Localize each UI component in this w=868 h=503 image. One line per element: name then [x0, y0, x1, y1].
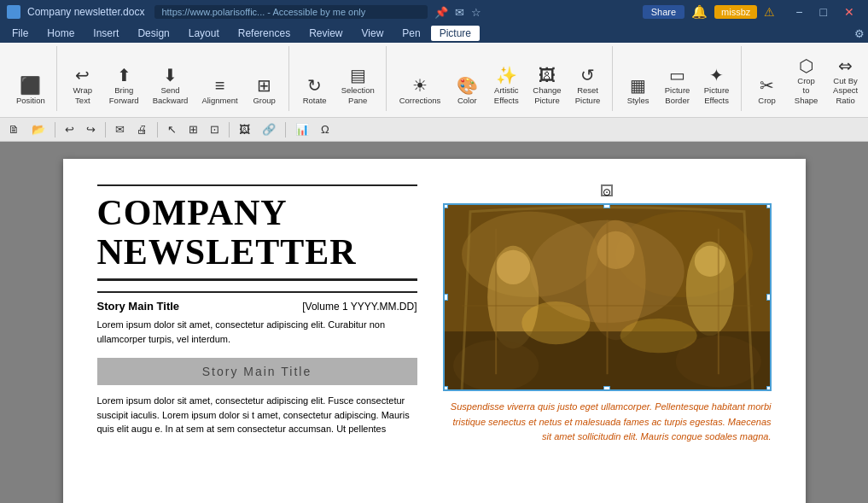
star-icon[interactable]: ☆: [471, 6, 481, 19]
story-body-2: Lorem ipsum dolor sit amet, consectetur …: [97, 394, 417, 436]
handle-top-right[interactable]: [766, 203, 772, 208]
cut-aspect-icon: ⇔: [838, 57, 853, 74]
menu-pen[interactable]: Pen: [393, 26, 428, 41]
minimize-button[interactable]: −: [789, 3, 809, 20]
handle-bottom-right[interactable]: [766, 386, 772, 391]
crop-icon: ✂: [760, 77, 774, 94]
ribbon-group-styles: ▦ Styles ▭ PictureBorder ✦ PictureEffect…: [615, 46, 742, 111]
filename: Company newsletter.docx: [27, 6, 144, 18]
rotate-handle[interactable]: ⊙: [601, 184, 613, 196]
send-backward-icon: ⬇: [163, 67, 178, 84]
link-button[interactable]: 🔗: [257, 120, 281, 138]
image-caption: Suspendisse viverra quis justo eget ulla…: [443, 400, 772, 445]
svg-point-5: [496, 250, 530, 284]
menu-view[interactable]: View: [353, 26, 393, 41]
image-placeholder: [445, 205, 770, 389]
alignment-icon: ≡: [215, 77, 225, 94]
table-button[interactable]: ⊞: [184, 120, 203, 138]
quick-access-toolbar: 🗎 📂 ↩ ↪ ✉ 🖨 ↖ ⊞ ⊡ 🖼 🔗 📊 Ω: [0, 118, 868, 142]
change-picture-button[interactable]: 🖼 ChangePicture: [527, 62, 567, 109]
svg-point-9: [694, 246, 725, 277]
selection-pane-icon: ▤: [350, 67, 366, 84]
mail-icon[interactable]: ✉: [455, 6, 464, 19]
color-button[interactable]: 🎨 Color: [448, 73, 486, 109]
newsletter-title: COMPANYNEWSLETTER: [97, 193, 417, 281]
crop-button[interactable]: ✂ Crop: [749, 73, 786, 109]
crop-to-shape-icon: ⬡: [799, 57, 813, 74]
styles-button[interactable]: ▦ Styles: [620, 73, 657, 109]
menu-home[interactable]: Home: [38, 26, 83, 41]
group-button[interactable]: ⊞ Group: [246, 73, 283, 109]
right-column: ⊙: [443, 184, 772, 503]
picture-border-button[interactable]: ▭ PictureBorder: [659, 62, 696, 109]
reset-picture-button[interactable]: ↺ ResetPicture: [569, 62, 607, 109]
chart-button[interactable]: 📊: [290, 120, 314, 138]
position-icon: ⬛: [20, 77, 41, 94]
menu-references[interactable]: References: [230, 26, 299, 41]
handle-bottom-left[interactable]: [443, 386, 448, 391]
undo-button[interactable]: ↩: [60, 120, 79, 138]
color-icon: 🎨: [457, 77, 478, 94]
ribbon-group-crop: ✂ Crop ⬡ Crop toShape ⇔ Cut ByAspect Rat…: [743, 46, 868, 111]
menu-design[interactable]: Design: [129, 26, 178, 41]
share-button[interactable]: Share: [643, 5, 684, 19]
artistic-effects-button[interactable]: ✨ ArtisticEffects: [487, 62, 525, 109]
picture-effects-button[interactable]: ✦ PictureEffects: [698, 62, 736, 109]
grid-button[interactable]: ⊡: [205, 120, 224, 138]
menu-insert[interactable]: Insert: [84, 26, 127, 41]
formula-button[interactable]: Ω: [316, 120, 335, 138]
picture-border-icon: ▭: [669, 67, 685, 84]
handle-left-middle[interactable]: [443, 294, 448, 301]
handle-top-left[interactable]: [443, 203, 448, 208]
window-controls: − □ ✕: [789, 3, 861, 20]
cursor-button[interactable]: ↖: [162, 120, 182, 138]
toolbar-separator-3: [157, 122, 158, 137]
handle-top-middle[interactable]: [603, 203, 610, 208]
bottom-rule: [97, 291, 417, 293]
alignment-button[interactable]: ≡ Alignment: [195, 73, 243, 109]
new-button[interactable]: 🗎: [3, 120, 25, 138]
crop-to-shape-button[interactable]: ⬡ Crop toShape: [788, 53, 825, 109]
bell-icon[interactable]: 🔔: [691, 4, 708, 20]
url-bar[interactable]: https://www.polarisoffic... - Accessible…: [154, 5, 428, 19]
story-body-1: Lorem ipsum dolor sit amet, consectetur …: [97, 318, 417, 346]
position-button[interactable]: ⬛ Position: [10, 73, 51, 109]
selection-pane-button[interactable]: ▤ SelectionPane: [335, 62, 381, 109]
handle-right-middle[interactable]: [766, 294, 772, 301]
selected-image-container[interactable]: [443, 203, 772, 391]
toolbar-separator-2: [105, 122, 106, 137]
rotate-icon: ↻: [307, 77, 322, 94]
svg-point-13: [521, 301, 590, 344]
bring-forward-button[interactable]: ⬆ BringForward: [103, 62, 145, 109]
rotate-button[interactable]: ↻ Rotate: [296, 73, 334, 109]
ribbon-group-position: ⬛ Position: [5, 46, 57, 111]
corrections-button[interactable]: ☀ Corrections: [393, 73, 447, 109]
handle-bottom-middle[interactable]: [603, 386, 610, 391]
redo-button[interactable]: ↪: [81, 120, 101, 138]
user-button[interactable]: missbz: [714, 5, 757, 19]
close-button[interactable]: ✕: [837, 3, 861, 20]
reset-picture-icon: ↺: [580, 67, 595, 84]
image-button[interactable]: 🖼: [234, 120, 255, 138]
title-bar-actions: Share 🔔 missbz ⚠: [643, 4, 776, 20]
story-volume: [Volume 1 YYYY.MM.DD]: [302, 301, 417, 313]
send-mail-button[interactable]: ✉: [110, 120, 130, 138]
print-button[interactable]: 🖨: [131, 120, 153, 138]
menu-bar: File Home Insert Design Layout Reference…: [0, 24, 868, 43]
menu-review[interactable]: Review: [300, 26, 351, 41]
maximize-button[interactable]: □: [813, 3, 834, 20]
pin-icon[interactable]: 📌: [434, 6, 448, 19]
toolbar-separator-1: [55, 122, 55, 137]
menu-picture[interactable]: Picture: [431, 26, 480, 41]
send-backward-button[interactable]: ⬇ SendBackward: [147, 62, 195, 109]
ribbon-settings-icon[interactable]: ⚙: [854, 27, 865, 40]
open-button[interactable]: 📂: [26, 120, 50, 138]
cut-by-aspect-ratio-button[interactable]: ⇔ Cut ByAspect Ratio: [827, 53, 865, 109]
group-icon: ⊞: [257, 77, 271, 94]
bring-forward-icon: ⬆: [117, 67, 131, 84]
wrap-text-button[interactable]: ↩ WrapText: [64, 62, 102, 109]
menu-layout[interactable]: Layout: [180, 26, 228, 41]
left-column: COMPANYNEWSLETTER Story Main Title [Volu…: [97, 184, 426, 503]
story-subtitle-bar: Story Main Title: [97, 358, 417, 385]
menu-file[interactable]: File: [3, 26, 37, 41]
